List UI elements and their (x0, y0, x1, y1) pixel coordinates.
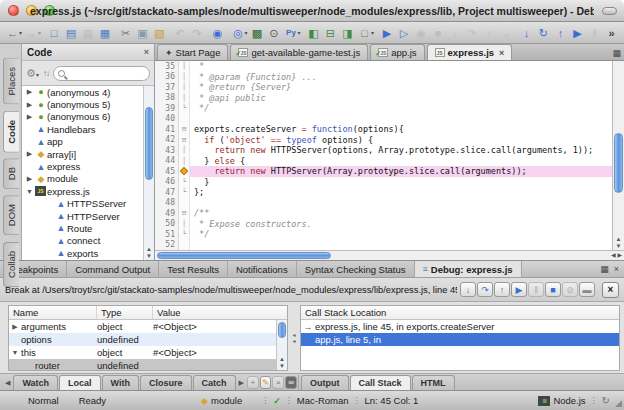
toolbar-overflow[interactable]: » (603, 24, 620, 42)
stop-button[interactable]: ■ (545, 282, 561, 297)
tab-express-js[interactable]: JSexpress.js× (427, 44, 513, 60)
code-line-46[interactable]: 46└ } (155, 177, 612, 188)
variable-row-options[interactable]: optionsundefined (9, 333, 287, 346)
tree-item-httpsserver[interactable]: ▲HTTPSServer (22, 198, 154, 210)
collapse-icon[interactable]: ▼ (24, 188, 35, 195)
code-line-41[interactable]: 41⊟exports.createServer = function(optio… (155, 124, 612, 135)
tab-close-icon[interactable]: × (499, 48, 504, 58)
run-button[interactable]: ▶ (569, 24, 586, 42)
subtab-call-stack[interactable]: Call Stack (350, 375, 411, 390)
tree-item-module[interactable]: ▶◆module (22, 173, 154, 185)
sidebar-close-icon[interactable]: × (144, 47, 149, 57)
panel-menu-icon[interactable]: ▦ (600, 264, 609, 274)
tree-item-connect[interactable]: ▲connect (22, 235, 154, 247)
side-tab-code[interactable]: Code (3, 111, 19, 153)
view-options-button[interactable]: ∞ (285, 376, 297, 389)
bottom-tab-notifications[interactable]: Notifications (228, 261, 297, 277)
open-button[interactable]: ▤ (63, 24, 80, 42)
expand-icon[interactable]: ▶ (24, 175, 35, 183)
column-header-type[interactable]: Type (97, 306, 153, 319)
subtab-closure[interactable]: Closure (140, 375, 192, 390)
tree-item-httpserver[interactable]: ▲HTTPServer (22, 210, 154, 222)
close-debug-session-button[interactable]: × (602, 282, 619, 298)
tree-item-express-js[interactable]: ▼JSexpress.js (22, 185, 154, 197)
subtab-local[interactable]: Local (59, 375, 101, 390)
step-out-button[interactable]: ↑ (494, 282, 510, 297)
toggle-left-pane-button[interactable]: ◧ (305, 24, 322, 42)
title-bar[interactable]: express.js (~/src/git/stackato-samples/n… (0, 0, 624, 22)
current-symbol[interactable]: ◆ module (201, 395, 242, 406)
variables-table[interactable]: NameTypeValue▶argumentsobject#<Object>op… (8, 305, 288, 371)
find-button[interactable]: ⊙ (265, 24, 282, 42)
subtab-catch[interactable]: Catch (193, 375, 236, 390)
variable-row-router[interactable]: routerundefined (9, 359, 287, 371)
syntax-ok-icon[interactable]: ✓ (273, 396, 281, 406)
code-line-35[interactable]: 35│ * (155, 61, 612, 72)
side-tab-collab[interactable]: Collab (3, 242, 19, 287)
code-line-38[interactable]: 38│ * @api public (155, 93, 612, 104)
code-line-47[interactable]: 47└}; (155, 187, 612, 198)
collapse-icon[interactable]: ▼ (9, 349, 21, 356)
subtab-output[interactable]: Output (301, 375, 349, 390)
preview-button[interactable]: ◉ (209, 24, 226, 42)
subtab-html[interactable]: HTML (412, 375, 455, 390)
tree-item-route[interactable]: ▲Route (22, 222, 154, 234)
code-line-36[interactable]: 36│ * @param {Function} ... (155, 72, 612, 83)
tree-item-express[interactable]: ▲express (22, 160, 154, 172)
sort-icon[interactable]: ↑↓ (43, 69, 49, 78)
callstack-frame[interactable]: app.js, line 5, in (301, 333, 619, 346)
callstack-table[interactable]: Call Stack Location →express.js, line 45… (300, 305, 620, 371)
code-line-50[interactable]: 50│ * Expose constructors. (155, 219, 612, 230)
subtab-with[interactable]: With (102, 375, 139, 390)
code-line-37[interactable]: 37│ * @return {Server} (155, 82, 612, 93)
bottom-tab-syntax-checking-status[interactable]: Syntax Checking Status (297, 261, 415, 277)
side-tab-places[interactable]: Places (3, 58, 19, 105)
language-selector[interactable]: Node.js (553, 395, 585, 406)
tree-item-anonymous-6[interactable]: ▶●(anonymous 6) (22, 111, 154, 123)
tree-item-array-i[interactable]: ▶◆array[i] (22, 148, 154, 160)
scc-sync-button[interactable]: ↻ (535, 24, 552, 42)
code-line-51[interactable]: 51└ */ (155, 229, 612, 240)
tree-scrollbar[interactable]: ▲▼ (143, 86, 154, 260)
pane-splitter[interactable]: ◂◂ (288, 302, 300, 373)
subtab-scroll-right-icon[interactable]: ▶ (237, 379, 247, 390)
scc-update-button[interactable]: ↓ (518, 24, 535, 42)
tree-item-app[interactable]: ▲app (22, 136, 154, 148)
editor-vertical-scrollbar[interactable]: ▲▼ (612, 61, 624, 250)
browser-button[interactable]: ◎▾ (229, 24, 248, 42)
tree-item-anonymous-5[interactable]: ▶●(anonymous 5) (22, 98, 154, 110)
tab-start-page[interactable]: ✦Start Page (157, 44, 228, 60)
expand-icon[interactable]: ▶ (24, 88, 35, 96)
fold-marker[interactable]: ⊟ (179, 124, 190, 135)
subtab-scroll-left-icon[interactable]: ◀ (3, 379, 13, 390)
bottom-tab-test-results[interactable]: Test Results (159, 261, 228, 277)
hscroll-arrow-icons[interactable]: ◀ ▶ (611, 251, 622, 260)
editor-horizontal-scrollbar[interactable]: ◀ ▶ (155, 250, 624, 260)
close-window-button[interactable] (8, 5, 19, 16)
tab-app-js[interactable]: JS✓app.js (370, 44, 424, 60)
cut-button[interactable]: ✂ (117, 24, 134, 42)
encoding-selector[interactable]: Mac-Roman (297, 395, 349, 406)
sync-icon[interactable]: ↻ (602, 395, 610, 406)
code-line-39[interactable]: 39└ */ (155, 103, 612, 114)
side-tab-dom[interactable]: DOM (3, 195, 19, 235)
expand-icon[interactable]: ▶ (9, 323, 21, 331)
tree-item-handlebars[interactable]: ▲Handlebars (22, 123, 154, 135)
step-in-button[interactable]: ↓ (460, 282, 476, 297)
variables-scrollbar[interactable]: ▲▼ (276, 320, 287, 370)
continue-button[interactable]: ▶ (511, 282, 527, 297)
tree-item-anonymous-4[interactable]: ▶●(anonymous 4) (22, 86, 154, 98)
variable-row-this[interactable]: ▼thisobject#<Object> (9, 346, 287, 359)
code-line-48[interactable]: 48 (155, 198, 612, 209)
scc-commit-button[interactable]: ↑ (552, 24, 569, 42)
tree-item-module[interactable]: ▶◆module (22, 259, 154, 260)
code-line-43[interactable]: 43│ return new HTTPSServer(options, Arra… (155, 145, 612, 156)
fold-marker[interactable]: ⊟ (179, 208, 190, 219)
code-line-44[interactable]: 44│ } else { (155, 156, 612, 167)
resize-grip[interactable]: ◢ (615, 398, 622, 408)
expand-icon[interactable]: ▶ (24, 150, 35, 158)
paste-button[interactable]: ▧ (151, 24, 168, 42)
tree-item-exports[interactable]: ▲exports (22, 247, 154, 259)
python-button[interactable]: Py▾ (282, 24, 301, 42)
save-all-button[interactable]: ▦ (97, 24, 114, 42)
